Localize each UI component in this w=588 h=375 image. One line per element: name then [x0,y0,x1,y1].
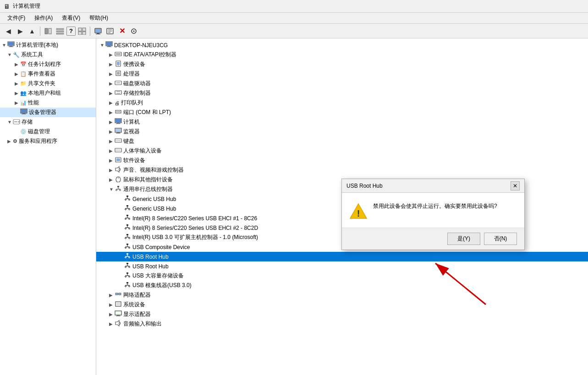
svg-text:!: ! [357,208,360,218]
dialog-no-button[interactable]: 否(N) [484,233,517,245]
dialog-yes-button[interactable]: 是(Y) [447,233,480,245]
dialog-close-button[interactable]: ✕ [511,181,520,190]
dialog-overlay: USB Root Hub ✕ ! 禁用此设备会使其停止运行。确实要禁用此设备吗?… [0,0,588,375]
dialog-message: 禁用此设备会使其停止运行。确实要禁用此设备吗? [373,202,497,210]
dialog: USB Root Hub ✕ ! 禁用此设备会使其停止运行。确实要禁用此设备吗?… [341,179,525,250]
dialog-title: USB Root Hub [346,183,383,189]
dialog-body: ! 禁用此设备会使其停止运行。确实要禁用此设备吗? [342,193,524,228]
warning-icon: ! [349,202,368,220]
dialog-title-bar: USB Root Hub ✕ [342,179,524,193]
dialog-footer: 是(Y) 否(N) [342,228,524,250]
